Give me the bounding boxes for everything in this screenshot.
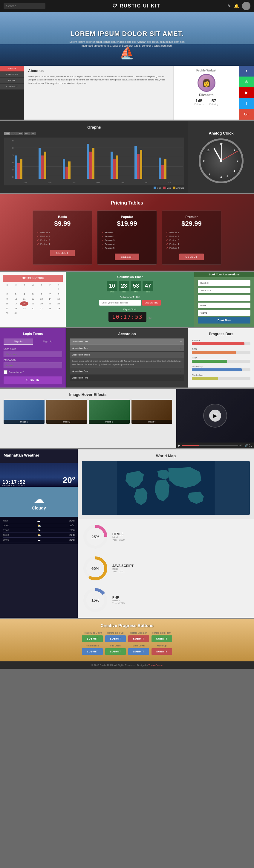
cal-day[interactable]: 29	[54, 306, 63, 311]
cal-day[interactable]: 12	[29, 297, 37, 301]
signup-tab[interactable]: Sign Up	[33, 338, 62, 345]
cal-day[interactable]: 11	[20, 297, 28, 301]
cal-day[interactable]: 21	[46, 301, 54, 306]
play-pause-button[interactable]: ▶	[178, 444, 181, 447]
tab-about[interactable]: ABOUT	[0, 66, 24, 72]
accordion-header-5[interactable]: Accordion Five +	[70, 375, 184, 381]
cal-day[interactable]: 25	[20, 306, 28, 311]
select-basic-button[interactable]: SELECT	[50, 250, 74, 256]
cal-day[interactable]	[12, 287, 20, 291]
accordion-header-3[interactable]: Accordion Three -	[70, 352, 184, 358]
cal-day[interactable]: 1	[54, 287, 63, 291]
subscribe-button[interactable]: SUBSCRIBE	[142, 300, 161, 306]
password-input[interactable]	[4, 362, 62, 368]
remember-checkbox[interactable]	[4, 370, 7, 374]
cal-day[interactable]: 31	[12, 311, 20, 315]
cal-day[interactable]: 15	[54, 297, 63, 301]
cal-day[interactable]: 24	[12, 306, 20, 311]
graph-tab-1w[interactable]: 1W	[4, 132, 10, 135]
cal-day[interactable]: 26	[29, 306, 37, 311]
rotate-right-button[interactable]: SUBMIT	[152, 636, 172, 642]
cal-day[interactable]: 7	[46, 292, 54, 296]
select-popular-button[interactable]: SELECT	[115, 253, 139, 260]
cal-day[interactable]: 30	[3, 311, 11, 315]
bell-icon[interactable]: 🔔	[234, 4, 239, 8]
cal-day[interactable]: 17	[12, 301, 20, 306]
cal-day[interactable]: 4	[20, 292, 28, 296]
search-input[interactable]	[4, 3, 45, 9]
graph-tab-6m[interactable]: 6M	[24, 132, 30, 135]
rotate-down-button[interactable]: SUBMIT	[82, 636, 103, 642]
cal-day[interactable]	[3, 287, 11, 291]
graph-tab-1y[interactable]: 1Y	[30, 132, 36, 135]
footer-link[interactable]: ThemeForest	[149, 664, 163, 666]
cal-day[interactable]: 9	[3, 297, 11, 301]
cal-day[interactable]: 16	[3, 301, 11, 306]
adults-select[interactable]: Adults 1 2	[198, 303, 250, 308]
video-section: ⚙ ▶ ▶ 0:32 🔊 ⛶	[176, 389, 254, 448]
cal-day[interactable]: 13	[37, 297, 46, 301]
flip-open-button[interactable]: SUBMIT	[105, 648, 126, 655]
fullscreen-button[interactable]: ⛶	[249, 444, 252, 447]
username-input[interactable]	[4, 351, 62, 357]
avatar[interactable]	[242, 2, 250, 10]
whatsapp-button[interactable]: ✆	[239, 76, 254, 87]
cal-day[interactable]: 5	[29, 292, 37, 296]
rotate-up-button[interactable]: SUBMIT	[105, 636, 126, 642]
checkout-input[interactable]	[198, 288, 250, 293]
cal-day[interactable]: 23	[3, 306, 11, 311]
image-item-4[interactable]: Image 4	[131, 400, 172, 424]
move-up-button[interactable]: SUBMIT	[152, 648, 172, 655]
cal-day[interactable]: 27	[37, 306, 46, 311]
cal-day[interactable]	[46, 287, 54, 291]
cal-day[interactable]	[29, 287, 37, 291]
cal-day[interactable]: 20	[37, 301, 46, 306]
graph-tab-3m[interactable]: 3M	[17, 132, 23, 135]
signin-button[interactable]: SIGN IN	[4, 376, 62, 384]
signin-tab[interactable]: Sign In	[4, 338, 33, 345]
googleplus-button[interactable]: G+	[239, 109, 254, 120]
subscribe-input[interactable]	[99, 300, 141, 306]
accordion-header-4[interactable]: Accordion Four +	[70, 368, 184, 374]
cal-day[interactable]: 2	[3, 292, 11, 296]
cal-day[interactable]: 14	[46, 297, 54, 301]
progress-bar	[192, 342, 250, 345]
book-now-button[interactable]: Book Now	[198, 317, 250, 323]
edit-icon[interactable]: ✎	[227, 4, 231, 8]
image-item-3[interactable]: Image 3	[89, 400, 130, 424]
rotate-left-button[interactable]: SUBMIT	[128, 636, 149, 642]
cal-day-active[interactable]: 18	[20, 301, 28, 306]
cal-day[interactable]: 3	[12, 292, 20, 296]
image-item-2[interactable]: Image 2	[46, 400, 87, 424]
cal-day[interactable]	[20, 287, 28, 291]
twitter-button[interactable]: t	[239, 98, 254, 109]
booking-field[interactable]	[198, 295, 250, 301]
progress-fill	[192, 351, 236, 354]
bar-red	[113, 159, 116, 179]
cal-day[interactable]: 6	[37, 292, 46, 296]
facebook-button[interactable]: f	[239, 66, 254, 76]
rooms-select[interactable]: Rooms 1 2	[198, 310, 250, 316]
feature: Feature 1	[166, 230, 217, 235]
tab-contact[interactable]: CONTACT	[0, 84, 24, 90]
cal-day[interactable]: 19	[29, 301, 37, 306]
video-progress-bar[interactable]	[182, 445, 238, 446]
volume-icon[interactable]: 🔊	[245, 444, 248, 447]
checkin-input[interactable]	[198, 280, 250, 286]
select-premier-button[interactable]: SELECT	[179, 253, 203, 260]
cal-day[interactable]: 10	[12, 297, 20, 301]
cal-day[interactable]: 28	[46, 306, 54, 311]
tab-work[interactable]: WORK	[0, 78, 24, 84]
play-button[interactable]: ▶	[209, 410, 221, 422]
cal-day[interactable]: 8	[54, 292, 63, 296]
cal-day[interactable]	[37, 287, 46, 291]
slide-down-button[interactable]: SUBMIT	[128, 648, 149, 655]
rotate-back-button[interactable]: SUBMIT	[82, 648, 103, 655]
accordion-header-2[interactable]: Accordion Two +	[70, 345, 184, 351]
youtube-button[interactable]: ▶	[239, 87, 254, 98]
tab-services[interactable]: SERVICES	[0, 72, 24, 78]
graph-tab-1m[interactable]: 1M	[11, 132, 17, 135]
accordion-header-1[interactable]: Accordion One +	[70, 338, 184, 345]
cal-day[interactable]: 22	[54, 301, 63, 306]
image-item-1[interactable]: Image 1	[4, 400, 44, 424]
